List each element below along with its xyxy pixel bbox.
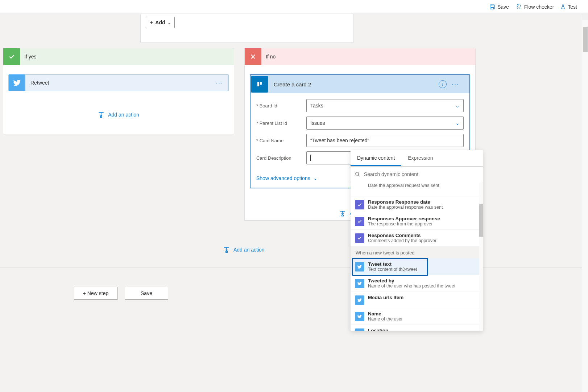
card-name-value: "Tweet has been rejected" <box>310 138 369 143</box>
if-yes-add-action-label: Add an action <box>108 112 139 118</box>
text-cursor-icon <box>310 155 311 161</box>
twitter-icon <box>355 328 364 331</box>
approvals-icon <box>355 233 364 243</box>
dynamic-item-tweet-text[interactable]: Tweet textText content of the tweet <box>351 258 483 275</box>
parent-list-value: Issues <box>310 120 325 126</box>
svg-rect-4 <box>260 82 262 85</box>
svg-point-6 <box>356 172 359 175</box>
dynamic-item-name[interactable]: NameName of the user <box>351 308 483 325</box>
dynamic-item-partial[interactable]: Date the approval request was sent <box>351 182 483 196</box>
dynamic-search[interactable] <box>351 166 483 182</box>
show-advanced-label: Show advanced options <box>256 175 310 181</box>
insert-step-icon <box>98 111 104 118</box>
card-name-row: Card Name "Tweet has been rejected" <box>250 132 469 149</box>
top-toolbar: Save Flow checker Test <box>0 0 588 14</box>
dynamic-item-approver-response[interactable]: Responses Approver responseThe response … <box>351 213 483 230</box>
flask-icon <box>560 4 566 10</box>
new-step-button[interactable]: + New step <box>74 287 117 300</box>
footer-buttons: + New step Save <box>74 287 168 300</box>
chevron-down-icon: ⌄ <box>167 20 171 25</box>
board-id-select[interactable]: Tasks ⌄ <box>306 99 464 112</box>
parent-list-label: Parent List Id <box>256 121 302 126</box>
twitter-icon <box>9 74 25 91</box>
if-no-header[interactable]: If no <box>245 48 475 65</box>
dynamic-search-input[interactable] <box>364 171 479 177</box>
add-label: Add <box>155 20 165 25</box>
card-desc-label: Card Description <box>256 155 302 161</box>
create-card-more-icon[interactable]: ··· <box>452 81 464 88</box>
trello-icon <box>251 76 268 93</box>
flow-canvas: + Add ⌄ If yes Retweet ··· Add an action <box>0 14 588 392</box>
parent-list-select[interactable]: Issues ⌄ <box>306 117 464 130</box>
if-yes-branch: If yes Retweet ··· Add an action <box>3 48 234 134</box>
retweet-action-card[interactable]: Retweet ··· <box>8 74 229 91</box>
twitter-icon <box>355 262 364 271</box>
center-add-action-label: Add an action <box>233 247 265 253</box>
dynamic-item-title: Tweeted by <box>368 278 455 283</box>
approvals-icon <box>355 200 364 209</box>
save-icon <box>489 4 495 10</box>
twitter-icon <box>355 295 364 305</box>
tab-expression[interactable]: Expression <box>401 150 439 166</box>
dynamic-tabs: Dynamic content Expression <box>351 150 483 166</box>
if-yes-title: If yes <box>20 54 36 60</box>
info-icon[interactable]: i <box>439 80 447 88</box>
test-button[interactable]: Test <box>560 4 577 10</box>
if-yes-header[interactable]: If yes <box>3 48 234 65</box>
board-id-value: Tasks <box>310 103 323 109</box>
scrollbar-thumb[interactable] <box>583 27 588 52</box>
create-card-title: Create a card 2 <box>269 81 311 87</box>
dynamic-group-tweet: When a new tweet is posted <box>351 246 483 258</box>
if-no-title: If no <box>261 54 276 60</box>
dynamic-item-desc: Comments added by the approver <box>368 238 436 243</box>
dynamic-item-title: Responses Approver response <box>368 216 440 221</box>
dynamic-item-comments[interactable]: Responses CommentsComments added by the … <box>351 230 483 246</box>
insert-step-icon <box>339 210 346 217</box>
save-button[interactable]: Save <box>489 4 509 10</box>
insert-step-icon <box>223 246 230 253</box>
dynamic-item-media-urls[interactable]: Media urls Item <box>351 292 483 308</box>
dynamic-item-response-date[interactable]: Responses Response dateDate the approval… <box>351 196 483 213</box>
search-icon <box>355 171 360 177</box>
dynamic-item-title: Tweet text <box>368 261 417 267</box>
create-card-header[interactable]: Create a card 2 i ··· <box>250 75 469 93</box>
test-label: Test <box>568 4 577 10</box>
dynamic-item-desc: Text content of the tweet <box>368 267 417 272</box>
flow-checker-label: Flow checker <box>524 4 554 10</box>
scrollbar-thumb[interactable] <box>479 204 483 237</box>
svg-rect-1 <box>100 117 102 118</box>
dynamic-list: Date the approval request was sent Respo… <box>351 182 483 331</box>
top-action-card: + Add ⌄ <box>140 14 354 43</box>
svg-rect-0 <box>490 5 494 9</box>
dynamic-item-tweeted-by[interactable]: Tweeted byName of the user who has poste… <box>351 275 483 292</box>
if-yes-add-action[interactable]: Add an action <box>3 111 234 118</box>
card-name-label: Card Name <box>256 138 302 143</box>
dynamic-item-title: Responses Comments <box>368 233 436 238</box>
dynamic-item-title: Media urls Item <box>368 295 403 300</box>
flow-checker-icon <box>515 4 522 10</box>
plus-icon: + <box>150 19 153 26</box>
retweet-more-icon[interactable]: ··· <box>216 79 228 87</box>
check-icon <box>3 48 20 65</box>
dynamic-scrollbar[interactable] <box>479 182 483 331</box>
dynamic-item-desc: Name of the user who has posted the twee… <box>368 283 455 289</box>
twitter-icon <box>355 312 364 321</box>
center-add-action[interactable]: Add an action <box>223 246 265 253</box>
dynamic-item-location[interactable]: Location <box>351 325 483 331</box>
flow-checker-button[interactable]: Flow checker <box>515 4 554 10</box>
add-button[interactable]: + Add ⌄ <box>146 17 175 28</box>
separator <box>0 267 588 268</box>
footer-save-button[interactable]: Save <box>125 287 168 300</box>
chevron-down-icon: ⌄ <box>455 103 460 109</box>
parent-list-row: Parent List Id Issues ⌄ <box>250 114 469 132</box>
dynamic-item-desc: The response from the approver <box>368 221 440 226</box>
dynamic-item-desc: Name of the user <box>368 317 403 322</box>
card-name-input[interactable]: "Tweet has been rejected" <box>306 134 464 147</box>
tab-dynamic-content[interactable]: Dynamic content <box>351 150 401 166</box>
svg-rect-7 <box>226 252 228 253</box>
dynamic-content-panel: Dynamic content Expression Date the appr… <box>351 150 483 331</box>
svg-rect-5 <box>342 215 344 216</box>
save-label: Save <box>497 4 509 10</box>
dynamic-item-desc: Date the approval request was sent <box>368 183 439 188</box>
page-scrollbar[interactable] <box>582 14 588 392</box>
